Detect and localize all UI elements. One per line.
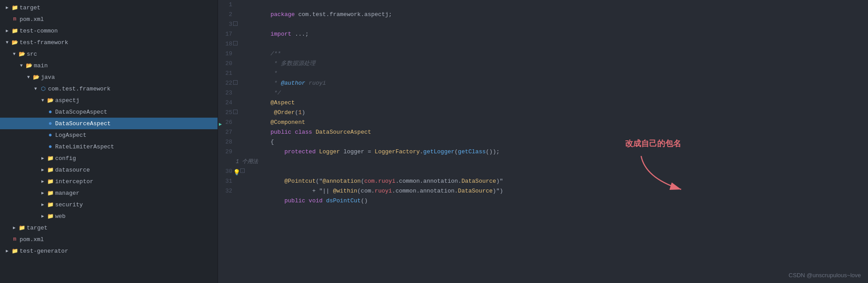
code-content[interactable]: 1 package com.test.framework.aspectj; 2 … [218, 0, 868, 283]
line-number-17: 17 [218, 29, 236, 39]
code-line-25: 25 - @Component [218, 108, 868, 118]
sidebar-item-label: interceptor [54, 178, 218, 185]
tree-arrow: ▶ [39, 213, 46, 219]
usage-hint: 1 个用法 [236, 157, 258, 167]
sidebar-item-label: com.test.framework [47, 86, 218, 92]
line-number-20: 20 [218, 59, 236, 69]
sidebar-item-datascopeaspect[interactable]: ● DataScopeAspect [0, 106, 218, 118]
sidebar-item-interceptor[interactable]: ▶ 📁 interceptor [0, 176, 218, 187]
line-number-26: 26 ▶ [218, 118, 236, 127]
code-line-1: 1 package com.test.framework.aspectj; [218, 0, 868, 10]
line-number-21: 21 [218, 69, 236, 78]
code-line-content: @Pointcut("@annotation(com.ruoyi.common.… [236, 167, 503, 176]
code-line-content: { [236, 127, 274, 137]
java-icon: ● [46, 131, 54, 139]
sidebar-item-label: test-generator [19, 248, 218, 254]
tree-arrow: ▼ [11, 52, 18, 57]
code-line-21: 21 * @author ruoyi [218, 69, 868, 78]
code-line-32: 32 public void dsPointCut() [218, 186, 868, 196]
sidebar-item-label: DataSourceAspect [54, 120, 218, 127]
code-line-content: * 多数据源处理 [236, 49, 315, 59]
sidebar-item-logaspect[interactable]: ● LogAspect [0, 129, 218, 141]
sidebar-item-label: datasource [54, 167, 218, 173]
sidebar-item-pom-xml-2[interactable]: m pom.xml [0, 234, 218, 245]
tree-arrow: ▶ [39, 202, 46, 207]
tree-arrow: ▶ [39, 190, 46, 196]
code-line-22: 22 - */ [218, 78, 868, 88]
line-number-31: 31 [218, 176, 236, 186]
tree-arrow: ▶ [4, 248, 11, 254]
sidebar-item-label: target [19, 4, 218, 11]
sidebar-item-web[interactable]: ▶ 📁 web [0, 210, 218, 222]
folder-icon: 📁 [46, 213, 54, 220]
sidebar-item-security[interactable]: ▶ 📁 security [0, 199, 218, 210]
tree-arrow: ▶ [11, 225, 18, 230]
sidebar-item-datasourceaspect[interactable]: ● DataSourceAspect [0, 118, 218, 129]
line-number-30: 30 💡 - [218, 167, 236, 176]
sidebar-item-target-2[interactable]: ▶ 📁 target [0, 222, 218, 234]
sidebar-item-src[interactable]: ▼ 📂 src [0, 48, 218, 60]
code-line-31: 31 + "|| @within(com.ruoyi.common.annota… [218, 176, 868, 186]
folder-open-icon: 📂 [32, 74, 40, 81]
code-line-content: public void dsPointCut() [236, 186, 368, 196]
code-line-24: 24 @Order(1) [218, 98, 868, 108]
code-line-3: 3 - import ...; [218, 20, 868, 29]
tree-arrow: ▶ [4, 28, 11, 33]
sidebar-item-aspectj[interactable]: ▼ 📂 aspectj [0, 94, 218, 106]
tree-arrow: ▶ [39, 167, 46, 172]
sidebar-item-main[interactable]: ▼ 📂 main [0, 60, 218, 71]
line-number-32: 32 [218, 186, 236, 196]
line-number-29: 29 [218, 147, 236, 157]
code-line-content: @Component [236, 108, 305, 118]
tree-arrow: ▶ [4, 5, 11, 10]
usage-hint-row: 1 个用法 [218, 157, 868, 167]
xml-icon: m [11, 16, 19, 22]
sidebar-item-target[interactable]: ▶ 📁 target [0, 2, 218, 13]
watermark: CSDN @unscrupulous~love [789, 272, 861, 279]
sidebar-item-manager[interactable]: ▶ 📁 manager [0, 187, 218, 199]
code-line-20: 20 * [218, 59, 868, 69]
line-number-25: 25 - [218, 108, 236, 118]
folder-icon: 📁 [11, 248, 19, 254]
folder-open-icon: 📂 [46, 97, 54, 104]
folder-open-icon: 📂 [11, 39, 19, 46]
line-number-24: 24 [218, 98, 236, 108]
sidebar-item-test-generator[interactable]: ▶ 📁 test-generator [0, 245, 218, 257]
line-number-1: 1 [218, 0, 236, 10]
code-line-content: @Aspect [236, 88, 295, 98]
folder-icon: 📁 [46, 155, 54, 162]
code-line-content [236, 29, 239, 39]
code-line-26: 26 ▶ public class DataSourceAspect [218, 118, 868, 127]
code-line-29: 29 [218, 147, 868, 157]
code-editor: 1 package com.test.framework.aspectj; 2 … [218, 0, 868, 283]
sidebar-item-datasource[interactable]: ▶ 📁 datasource [0, 164, 218, 176]
sidebar-item-ratelimiteraspect[interactable]: ● RateLimiterAspect [0, 141, 218, 152]
package-icon: ⬡ [39, 86, 47, 92]
sidebar-item-config[interactable]: ▶ 📁 config [0, 152, 218, 164]
code-line-23: 23 @Aspect [218, 88, 868, 98]
sidebar-item-label: security [54, 201, 218, 208]
tree-arrow: ▶ [39, 156, 46, 161]
code-line-content: + "|| @within(com.ruoyi.common.annotatio… [236, 176, 503, 186]
sidebar-item-label: manager [54, 190, 218, 197]
sidebar-item-label: src [26, 51, 218, 57]
java-icon: ● [46, 143, 54, 150]
code-line-content: package com.test.framework.aspectj; [236, 0, 392, 10]
sidebar-item-com-test-framework[interactable]: ▼ ⬡ com.test.framework [0, 83, 218, 94]
sidebar-item-label: LogAspect [54, 132, 218, 139]
code-line-17: 17 [218, 29, 868, 39]
code-line-content: * [236, 59, 278, 69]
line-number-3: 3 - [218, 20, 236, 29]
sidebar-item-test-framework[interactable]: ▼ 📂 test-framework [0, 37, 218, 48]
java-icon: ● [46, 108, 54, 115]
sidebar-item-java[interactable]: ▼ 📂 java [0, 71, 218, 83]
folder-icon: 📁 [46, 167, 54, 173]
code-line-content: public class DataSourceAspect [236, 118, 371, 127]
xml-icon: m [11, 236, 19, 242]
file-tree[interactable]: ▶ 📁 target m pom.xml ▶ 📁 test-common ▼ 📂… [0, 0, 218, 283]
folder-open-icon: 📂 [25, 62, 33, 69]
code-line-27: 27 { [218, 127, 868, 137]
sidebar-item-pom-xml-1[interactable]: m pom.xml [0, 13, 218, 25]
sidebar-item-label: pom.xml [19, 16, 218, 23]
sidebar-item-test-common[interactable]: ▶ 📁 test-common [0, 25, 218, 37]
